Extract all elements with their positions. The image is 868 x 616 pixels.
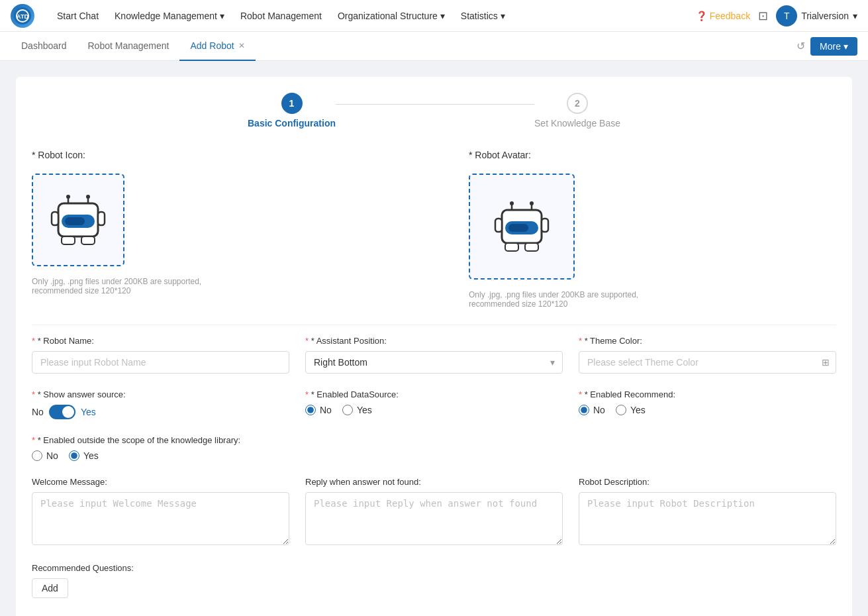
svg-rect-12 xyxy=(62,236,75,244)
outside-no-radio[interactable]: No xyxy=(32,450,58,461)
tab-robot-management[interactable]: Robot Management xyxy=(77,32,180,61)
reply-not-found-label: Reply when answer not found: xyxy=(305,477,563,487)
avatar: T xyxy=(776,5,797,26)
nav-statistics[interactable]: Statistics ▾ xyxy=(454,7,512,25)
robot-icon-hint: Only .jpg, .png files under 200KB are su… xyxy=(32,277,230,295)
step-2-circle: 2 xyxy=(567,93,588,114)
more-button[interactable]: More ▾ xyxy=(810,37,857,56)
enabled-datasource-col: * * Enabled DataSource: No Yes xyxy=(305,389,563,419)
tab-add-robot[interactable]: Add Robot ✕ xyxy=(179,32,255,61)
enabled-datasource-label: * * Enabled DataSource: xyxy=(305,389,563,399)
robot-name-input[interactable] xyxy=(32,351,289,374)
recommend-yes-radio[interactable]: Yes xyxy=(616,405,646,415)
reply-not-found-textarea[interactable] xyxy=(305,492,563,545)
main-content: 1 Basic Configuration 2 Set Knowledge Ba… xyxy=(0,61,868,616)
toggle-row: No Yes xyxy=(32,405,289,419)
icons-section: * Robot Icon: xyxy=(32,150,836,309)
nav-start-chat[interactable]: Start Chat xyxy=(50,7,105,25)
nav-right: ❓ Feedback ⊡ T Trialversion ▾ xyxy=(696,5,857,26)
show-answer-source-col: * * Show answer source: No Yes xyxy=(32,389,289,419)
svg-rect-13 xyxy=(81,236,95,244)
robot-avatar-hint: Only .jpg, .png files under 200KB are su… xyxy=(469,290,667,309)
chevron-down-icon: ▾ xyxy=(440,11,445,21)
outside-radio-row: No Yes xyxy=(32,450,836,461)
chevron-down-icon: ▾ xyxy=(844,41,848,52)
logo-icon: ATD xyxy=(11,4,34,28)
tab-bar: Dashboard Robot Management Add Robot ✕ ↺… xyxy=(0,32,868,61)
svg-text:ATD: ATD xyxy=(17,13,28,20)
assistant-position-label: * * Assistant Position: xyxy=(305,336,563,346)
theme-color-input[interactable] xyxy=(579,351,836,374)
toggle-no-label: No xyxy=(32,407,44,417)
show-answer-source-label: * * Show answer source: xyxy=(32,389,289,399)
reply-not-found-col: Reply when answer not found: xyxy=(305,477,563,547)
step-1-label: Basic Configuration xyxy=(248,118,336,128)
welcome-message-textarea[interactable] xyxy=(32,492,289,545)
nav-knowledge-management[interactable]: Knowledge Management ▾ xyxy=(108,7,231,25)
nav-items: Start Chat Knowledge Management ▾ Robot … xyxy=(50,7,680,25)
enabled-outside-section: * * Enabled outside the scope of the kno… xyxy=(32,435,836,461)
assistant-position-col: * * Assistant Position: Right Bottom xyxy=(305,336,563,374)
welcome-message-label: Welcome Message: xyxy=(32,477,289,487)
enabled-recommend-label: * * Enabled Recommend: xyxy=(579,389,836,399)
logo[interactable]: ATD xyxy=(11,4,34,28)
nav-organizational-structure[interactable]: Organizational Structure ▾ xyxy=(331,7,452,25)
step-2: 2 Set Knowledge Base xyxy=(534,93,620,128)
svg-rect-21 xyxy=(495,219,502,232)
svg-rect-11 xyxy=(98,212,105,225)
svg-rect-23 xyxy=(505,243,518,251)
robot-description-label: Robot Description: xyxy=(579,477,836,487)
content-card: 1 Basic Configuration 2 Set Knowledge Ba… xyxy=(16,77,852,616)
robot-avatar-label: * Robot Avatar: xyxy=(469,150,667,160)
assistant-position-select[interactable]: Right Bottom xyxy=(305,351,563,374)
refresh-icon[interactable]: ↺ xyxy=(796,40,805,52)
svg-rect-20 xyxy=(508,224,528,232)
palette-icon[interactable]: ⊞ xyxy=(822,357,830,368)
stepper: 1 Basic Configuration 2 Set Knowledge Ba… xyxy=(32,93,836,128)
robot-avatar-upload[interactable] xyxy=(469,174,575,280)
recommend-no-radio[interactable]: No xyxy=(579,405,605,415)
chevron-down-icon: ▾ xyxy=(853,11,857,21)
theme-color-label: * * Theme Color: xyxy=(579,336,836,346)
robot-description-textarea[interactable] xyxy=(579,492,836,545)
recommended-questions-section: Recommended Questions: Add xyxy=(32,563,836,598)
robot-icon-label: * Robot Icon: xyxy=(32,150,230,160)
svg-rect-10 xyxy=(52,212,58,225)
robot-description-col: Robot Description: xyxy=(579,477,836,547)
notification-icon[interactable]: ⊡ xyxy=(758,9,768,23)
toggle-yes-label: Yes xyxy=(81,407,96,417)
datasource-radio-row: No Yes xyxy=(305,405,563,415)
recommended-questions-label: Recommended Questions: xyxy=(32,563,836,573)
robot-icon-section: * Robot Icon: xyxy=(32,150,230,295)
enabled-recommend-col: * * Enabled Recommend: No Yes xyxy=(579,389,836,419)
theme-color-col: * * Theme Color: ⊞ xyxy=(579,336,836,374)
robot-name-col: * * Robot Name: xyxy=(32,336,289,374)
step-connector xyxy=(336,104,534,105)
tab-dashboard[interactable]: Dashboard xyxy=(11,32,77,61)
nav-robot-management[interactable]: Robot Management xyxy=(234,7,328,25)
datasource-yes-radio[interactable]: Yes xyxy=(342,405,372,415)
datasource-no-radio[interactable]: No xyxy=(305,405,332,415)
top-navigation: ATD Start Chat Knowledge Management ▾ Ro… xyxy=(0,0,868,32)
assistant-position-select-wrapper: Right Bottom xyxy=(305,351,563,374)
toggles-row: * * Show answer source: No Yes * * Enabl… xyxy=(32,389,836,419)
step-1: 1 Basic Configuration xyxy=(248,93,336,128)
robot-name-label: * * Robot Name: xyxy=(32,336,289,346)
chevron-down-icon: ▾ xyxy=(220,11,224,21)
add-button[interactable]: Add xyxy=(32,578,68,598)
robot-avatar-section: * Robot Avatar: xyxy=(469,150,667,309)
show-answer-toggle[interactable] xyxy=(49,405,75,419)
outside-yes-radio[interactable]: Yes xyxy=(69,450,99,461)
textarea-row: Welcome Message: Reply when answer not f… xyxy=(32,477,836,547)
tab-right-actions: ↺ More ▾ xyxy=(796,37,857,56)
svg-rect-22 xyxy=(542,219,548,232)
user-menu[interactable]: T Trialversion ▾ xyxy=(776,5,857,26)
chevron-down-icon: ▾ xyxy=(501,11,505,21)
name-position-color-row: * * Robot Name: * * Assistant Position: … xyxy=(32,336,836,374)
recommend-radio-row: No Yes xyxy=(579,405,836,415)
svg-rect-24 xyxy=(525,243,538,251)
tab-close-icon[interactable]: ✕ xyxy=(238,41,245,50)
robot-icon-upload[interactable] xyxy=(32,174,124,266)
welcome-message-col: Welcome Message: xyxy=(32,477,289,547)
feedback-button[interactable]: ❓ Feedback xyxy=(696,11,750,21)
